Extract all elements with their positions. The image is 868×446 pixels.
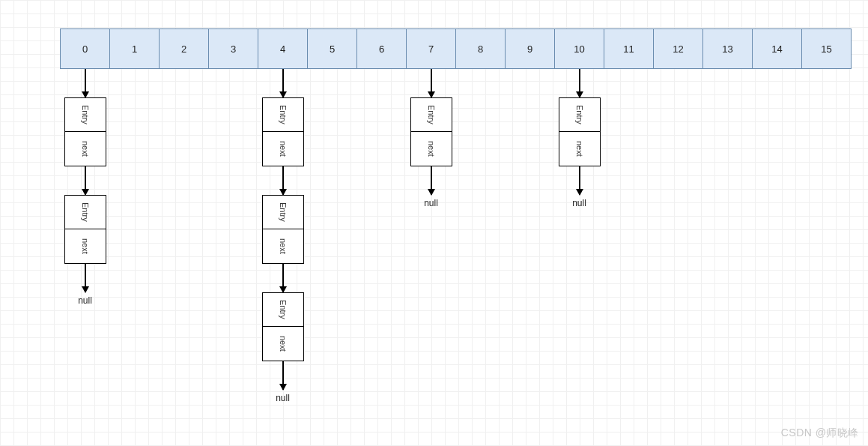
watermark: CSDN @师晓峰 <box>781 427 859 440</box>
array-cell-3: 3 <box>208 28 258 69</box>
array-cell-2: 2 <box>159 28 209 69</box>
entry-label: Entry <box>559 98 600 132</box>
entry-next-label: next <box>263 132 303 166</box>
chain-10: Entrynextnull <box>554 69 604 208</box>
array-cell-15: 15 <box>801 28 852 69</box>
entry-node: Entrynext <box>262 195 304 264</box>
null-label: null <box>424 198 438 208</box>
array-cell-0: 0 <box>60 28 110 69</box>
array-cell-10: 10 <box>554 28 604 69</box>
entry-node: Entrynext <box>64 97 106 166</box>
arrow-down-icon <box>282 264 284 292</box>
entry-node: Entrynext <box>262 97 304 166</box>
entry-next-label: next <box>263 229 303 263</box>
arrow-down-icon <box>282 361 284 390</box>
arrow-down-icon <box>431 166 432 195</box>
entry-next-label: next <box>411 132 452 166</box>
array-cell-14: 14 <box>752 28 802 69</box>
null-label: null <box>78 295 92 306</box>
array-cell-9: 9 <box>505 28 555 69</box>
entry-label: Entry <box>65 98 106 132</box>
arrow-down-icon <box>282 166 284 195</box>
entry-next-label: next <box>65 229 106 263</box>
entry-next-label: next <box>559 132 600 166</box>
arrow-down-icon <box>579 166 580 195</box>
array-cell-5: 5 <box>307 28 357 69</box>
entry-label: Entry <box>263 293 303 327</box>
array-cell-13: 13 <box>702 28 753 69</box>
entry-node: Entrynext <box>64 195 106 264</box>
entry-label: Entry <box>411 98 452 132</box>
entry-node: Entrynext <box>410 97 452 166</box>
arrow-down-icon <box>431 69 432 97</box>
entry-label: Entry <box>263 196 303 229</box>
hash-array: 0123456789101112131415 <box>60 28 852 69</box>
arrow-down-icon <box>85 69 86 97</box>
entry-node: Entrynext <box>262 292 304 361</box>
array-cell-8: 8 <box>455 28 506 69</box>
arrow-down-icon <box>85 166 86 195</box>
chain-7: Entrynextnull <box>406 69 456 208</box>
null-label: null <box>572 198 586 208</box>
chain-0: EntrynextEntrynextnull <box>60 69 110 306</box>
array-cell-11: 11 <box>604 28 654 69</box>
chain-4: EntrynextEntrynextEntrynextnull <box>258 69 308 403</box>
array-cell-12: 12 <box>653 28 703 69</box>
array-cell-6: 6 <box>356 28 407 69</box>
arrow-down-icon <box>579 69 580 97</box>
array-cell-1: 1 <box>109 28 160 69</box>
arrow-down-icon <box>282 69 284 97</box>
entry-next-label: next <box>263 327 303 361</box>
array-cell-4: 4 <box>258 28 308 69</box>
null-label: null <box>276 393 290 403</box>
entry-label: Entry <box>263 98 303 132</box>
arrow-down-icon <box>85 264 86 292</box>
entry-node: Entrynext <box>559 97 601 166</box>
entry-label: Entry <box>65 196 106 229</box>
array-cell-7: 7 <box>406 28 456 69</box>
entry-next-label: next <box>65 132 106 166</box>
